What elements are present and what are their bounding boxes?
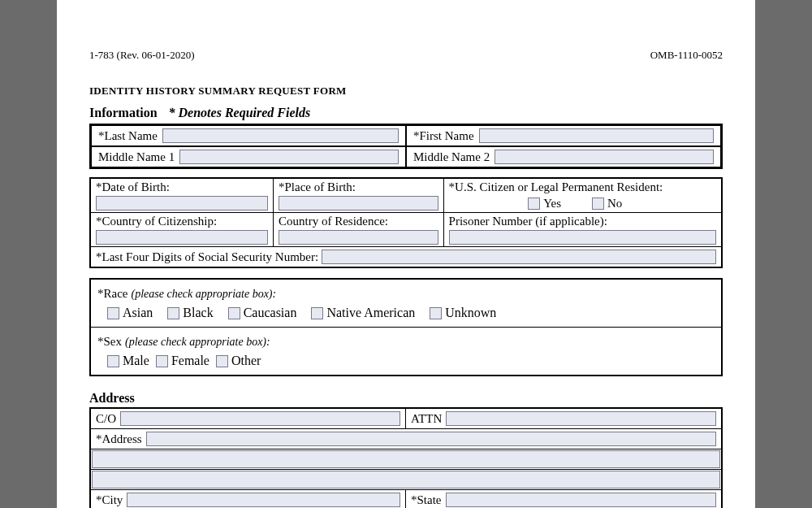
address-box: C/O ATTN *Address *City: [89, 407, 723, 508]
ssn-label: *Last Four Digits of Social Security Num…: [96, 250, 318, 264]
sex-options: Male Female Other: [91, 350, 721, 375]
state-input[interactable]: [446, 493, 717, 507]
pob-input[interactable]: [279, 196, 438, 211]
dob-input[interactable]: [96, 196, 268, 211]
ssn-input[interactable]: [322, 250, 716, 264]
form-title: IDENTITY HISTORY SUMMARY REQUEST FORM: [89, 85, 723, 98]
coc-label: *Country of Citizenship:: [96, 215, 268, 230]
sex-other-label: Other: [231, 354, 261, 368]
prisoner-input[interactable]: [449, 230, 716, 245]
city-label: *City: [96, 493, 123, 507]
middle1-cell: Middle Name 1: [91, 146, 406, 167]
citizen-no-label: No: [607, 197, 622, 211]
race-native-checkbox[interactable]: [311, 307, 323, 319]
co-input[interactable]: [120, 411, 400, 426]
city-input[interactable]: [127, 493, 400, 507]
middle2-label: Middle Name 2: [413, 150, 490, 164]
first-name-cell: *First Name: [406, 125, 721, 146]
middle2-input[interactable]: [495, 150, 714, 164]
address-heading: Address: [89, 391, 723, 406]
omb-number: OMB-1110-0052: [650, 49, 723, 62]
first-name-label: *First Name: [413, 129, 474, 143]
sex-label: *Sex: [97, 335, 122, 348]
co-label: C/O: [96, 412, 116, 426]
prisoner-label: Prisoner Number (if applicable):: [449, 215, 716, 230]
address-input-2[interactable]: [92, 450, 720, 468]
middle2-cell: Middle Name 2: [406, 146, 721, 167]
sex-male-checkbox[interactable]: [107, 355, 119, 367]
sex-block: *Sex (please check appropriate box):: [91, 328, 721, 350]
race-options: Asian Black Caucasian Native American Un…: [91, 302, 721, 327]
state-label: *State: [411, 493, 442, 507]
sex-male-label: Male: [123, 354, 149, 368]
middle1-label: Middle Name 1: [98, 150, 175, 164]
race-label: *Race: [97, 287, 127, 300]
info-heading-row: Information * Denotes Required Fields: [89, 106, 723, 122]
citizen-yes-label: Yes: [543, 197, 561, 211]
last-name-input[interactable]: [162, 128, 399, 143]
pob-label: *Place of Birth:: [279, 180, 438, 196]
race-asian-label: Asian: [123, 306, 153, 320]
form-number: 1-783 (Rev. 06-01-2020): [89, 49, 195, 62]
race-native-label: Native American: [326, 306, 415, 320]
dob-label: *Date of Birth:: [96, 180, 268, 196]
cor-input[interactable]: [279, 230, 438, 245]
sex-female-checkbox[interactable]: [156, 355, 168, 367]
sex-female-label: Female: [171, 354, 209, 368]
race-caucasian-checkbox[interactable]: [228, 307, 240, 319]
info-heading: Information: [89, 106, 158, 120]
form-page: 1-783 (Rev. 06-01-2020) OMB-1110-0052 ID…: [57, 0, 755, 508]
middle1-input[interactable]: [179, 150, 399, 164]
address-input-1[interactable]: [146, 432, 716, 446]
attn-label: ATTN: [411, 412, 442, 426]
birth-box: *Date of Birth: *Place of Birth: *U.S. C…: [89, 177, 723, 268]
citizen-yes-checkbox[interactable]: [528, 198, 540, 210]
address-input-3[interactable]: [92, 471, 720, 488]
cor-label: Country of Residence:: [279, 215, 438, 230]
race-hint: (please check appropriate box):: [131, 288, 276, 300]
required-note: * Denotes Required Fields: [169, 106, 311, 120]
last-name-label: *Last Name: [98, 129, 158, 143]
race-block: *Race (please check appropriate box):: [91, 280, 721, 302]
address-label: *Address: [96, 432, 142, 446]
race-black-label: Black: [183, 306, 213, 320]
citizen-no-checkbox[interactable]: [592, 198, 604, 210]
sex-other-checkbox[interactable]: [216, 355, 228, 367]
citizen-label: *U.S. Citizen or Legal Permanent Residen…: [449, 180, 716, 196]
sex-hint: (please check appropriate box):: [125, 336, 270, 348]
name-box: *Last Name *First Name Middle Name 1 Mid…: [89, 124, 723, 169]
last-name-cell: *Last Name: [91, 125, 406, 146]
race-caucasian-label: Caucasian: [244, 306, 297, 320]
race-asian-checkbox[interactable]: [107, 307, 119, 319]
race-black-checkbox[interactable]: [167, 307, 179, 319]
coc-input[interactable]: [96, 230, 268, 245]
race-unknown-checkbox[interactable]: [430, 307, 442, 319]
attn-input[interactable]: [446, 411, 716, 426]
race-unknown-label: Unknown: [445, 306, 496, 320]
header-row: 1-783 (Rev. 06-01-2020) OMB-1110-0052: [89, 49, 723, 62]
first-name-input[interactable]: [479, 128, 714, 143]
demographics-box: *Race (please check appropriate box): As…: [89, 278, 723, 376]
